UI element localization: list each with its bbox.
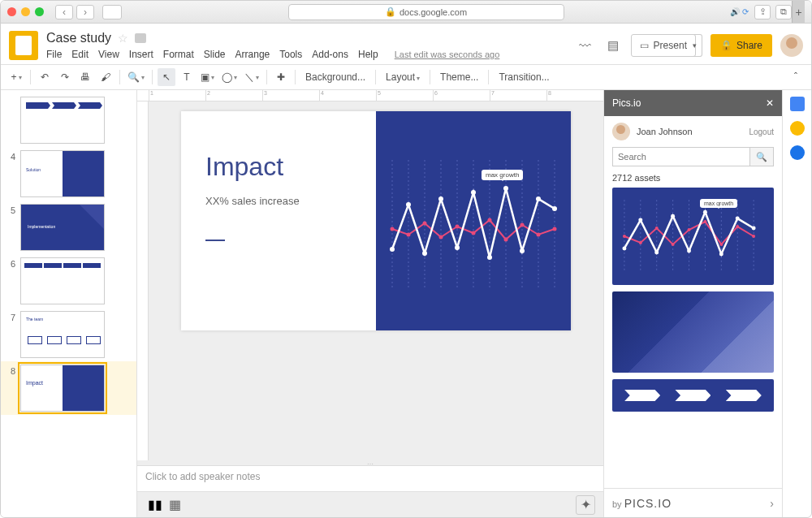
menu-insert[interactable]: Insert [129, 49, 153, 60]
menu-view[interactable]: View [98, 49, 119, 60]
layout-button[interactable]: Layout [381, 71, 425, 83]
zoom-button[interactable]: 🔍 [125, 68, 147, 86]
new-tab-button[interactable]: + [792, 1, 805, 23]
comment-button[interactable]: ✚ [272, 68, 290, 86]
paint-format-button[interactable]: 🖌 [97, 68, 114, 86]
slide[interactable]: Impact XX% sales increase [181, 111, 571, 330]
speaker-notes[interactable]: Click to add speaker notes [137, 465, 603, 491]
search-button[interactable]: 🔍 [749, 147, 774, 166]
share-button[interactable]: 🔒 Share [710, 34, 772, 57]
menu-file[interactable]: File [46, 49, 62, 60]
menu-tools[interactable]: Tools [279, 49, 302, 60]
transition-button[interactable]: Transition... [494, 71, 554, 83]
present-button[interactable]: ▭ Present [631, 34, 696, 57]
close-sidebar-button[interactable]: ✕ [766, 97, 774, 109]
collapse-toolbar-button[interactable]: ˆ [787, 68, 805, 86]
thumbnail-row[interactable] [1, 93, 136, 147]
svg-point-53 [655, 227, 659, 230]
line-tool[interactable]: ＼ [242, 68, 261, 86]
svg-point-30 [520, 223, 525, 227]
activity-icon[interactable]: 〰 [576, 36, 595, 55]
undo-button[interactable]: ↶ [36, 68, 54, 86]
slide-title[interactable]: Impact [205, 152, 352, 182]
asset-item[interactable] [612, 291, 774, 373]
brand-label: PICS.IO [624, 497, 672, 510]
thumbnail[interactable]: The team [20, 311, 105, 358]
picsio-sidebar: Pics.io ✕ Joan Johnson Logout 🔍 2712 ass… [603, 90, 782, 517]
comments-icon[interactable]: ▤ [603, 36, 623, 55]
menu-addons[interactable]: Add-ons [312, 49, 348, 60]
svg-point-18 [503, 186, 508, 191]
maximize-window-button[interactable] [35, 7, 44, 16]
calendar-icon[interactable] [790, 97, 805, 111]
tabs-button[interactable]: ⧉ [775, 5, 792, 19]
thumbnail[interactable] [20, 257, 105, 304]
slide-chart[interactable]: max growth [376, 111, 571, 330]
background-button[interactable]: Background... [300, 71, 370, 83]
search-input[interactable] [612, 147, 749, 166]
sidebar-toggle-button[interactable] [102, 5, 122, 19]
ruler-vertical [137, 101, 149, 460]
explore-button[interactable]: ✦ [576, 495, 595, 515]
thumbnail-row[interactable]: 6 [1, 254, 136, 308]
titlebar: ‹ › 🔒 docs.google.com 🔊 ⟳ ⇪ ⧉ + [1, 1, 811, 24]
thumbnail[interactable] [20, 97, 105, 144]
doc-title[interactable]: Case study [46, 31, 111, 45]
grid-view-button[interactable]: ▦ [165, 495, 184, 515]
menu-format[interactable]: Format [163, 49, 194, 60]
filmstrip-view-button[interactable]: ▮▮ [145, 495, 165, 515]
svg-point-29 [504, 238, 508, 242]
menu-arrange[interactable]: Arrange [235, 49, 270, 60]
keep-icon[interactable] [790, 121, 805, 136]
redo-button[interactable]: ↷ [56, 68, 74, 86]
thumbnail-row[interactable]: 7 The team [1, 308, 136, 361]
asset-count: 2712 assets [604, 173, 782, 188]
logout-link[interactable]: Logout [749, 127, 774, 136]
thumbnail[interactable]: Solution [20, 150, 105, 197]
svg-point-43 [638, 218, 642, 222]
thumbnail[interactable]: Implementation [20, 204, 105, 251]
menu-help[interactable]: Help [358, 49, 378, 60]
back-button[interactable]: ‹ [55, 5, 73, 19]
lock-icon: 🔒 [720, 40, 732, 51]
close-window-button[interactable] [7, 7, 16, 16]
thumbnail-active[interactable]: Impact [20, 365, 105, 412]
textbox-tool[interactable]: T [178, 68, 196, 86]
menu-slide[interactable]: Slide [204, 49, 226, 60]
share-browser-button[interactable]: ⇪ [754, 5, 771, 19]
image-tool[interactable]: ▣ [198, 68, 217, 86]
right-rail [782, 90, 811, 517]
forward-button[interactable]: › [76, 5, 94, 19]
svg-point-17 [487, 255, 492, 260]
thumbnail-row[interactable]: 5 Implementation [1, 201, 136, 254]
tasks-icon[interactable] [790, 145, 805, 160]
svg-point-12 [406, 202, 411, 207]
address-bar[interactable]: 🔒 docs.google.com [122, 4, 730, 20]
new-slide-button[interactable]: + [7, 68, 25, 86]
next-page-button[interactable]: › [770, 497, 774, 510]
shape-tool[interactable]: ◯ [219, 68, 240, 86]
asset-item[interactable] [612, 379, 774, 412]
chart-svg [376, 111, 571, 330]
thumbnail-strip[interactable]: 4 Solution 5 Implementation 6 [1, 90, 137, 517]
svg-point-20 [536, 196, 541, 201]
minimize-window-button[interactable] [21, 7, 30, 16]
star-icon[interactable]: ☆ [118, 32, 128, 45]
move-folder-icon[interactable] [135, 33, 146, 43]
print-button[interactable]: 🖶 [76, 68, 94, 86]
theme-button[interactable]: Theme... [435, 71, 483, 83]
menu-edit[interactable]: Edit [71, 49, 89, 60]
select-tool[interactable]: ↖ [158, 68, 175, 86]
thumbnail-row[interactable]: 8 Impact [1, 361, 136, 415]
slide-subtitle[interactable]: XX% sales increase [205, 195, 352, 207]
account-avatar[interactable] [780, 34, 803, 57]
svg-point-42 [622, 246, 626, 250]
canvas[interactable]: Impact XX% sales increase [149, 101, 603, 460]
slides-logo-icon[interactable] [9, 31, 38, 60]
present-dropdown[interactable]: ▾ [688, 34, 702, 57]
thumbnail-row[interactable]: 4 Solution [1, 147, 136, 201]
asset-grid[interactable]: max growth [604, 188, 782, 488]
svg-point-50 [752, 227, 756, 231]
asset-item[interactable]: max growth [612, 188, 774, 285]
last-edit-link[interactable]: Last edit was seconds ago [395, 50, 500, 59]
